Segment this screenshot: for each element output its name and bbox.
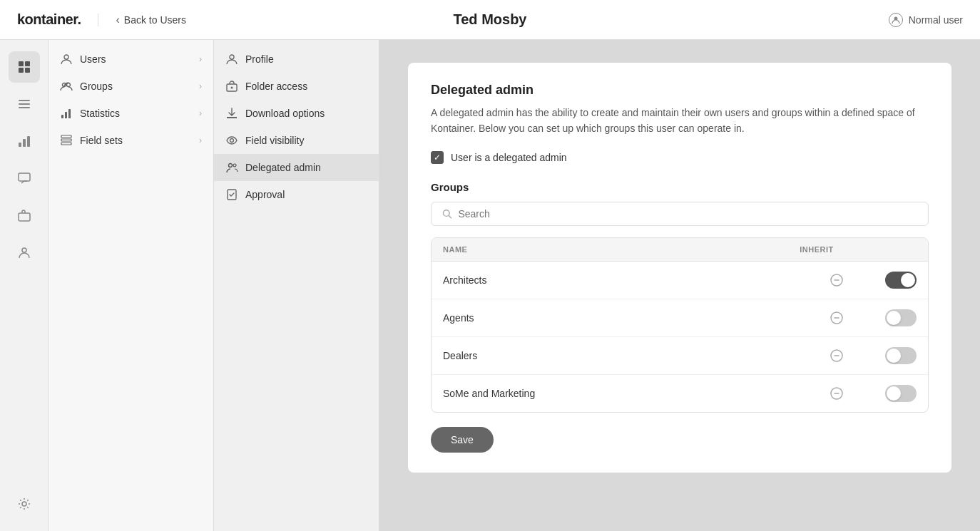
sub-nav-profile[interactable]: Profile — [214, 46, 379, 73]
table-row: Agents — [432, 299, 928, 337]
remove-architects-button[interactable] — [828, 272, 845, 289]
remove-some-marketing-button[interactable] — [828, 385, 845, 402]
toggle-some-marketing[interactable] — [885, 385, 917, 402]
sub-nav-folder-access-label: Folder access — [245, 81, 307, 92]
nav-item-users[interactable]: Users › — [49, 46, 213, 73]
remove-agents-button[interactable] — [828, 309, 845, 326]
nav-item-field-sets-left: Field sets — [60, 134, 123, 147]
svg-rect-23 — [61, 143, 71, 145]
table-row: Dealers — [432, 337, 928, 375]
nav-item-field-sets[interactable]: Field sets › — [49, 127, 213, 154]
profile-icon — [225, 53, 238, 66]
page-title: Ted Mosby — [454, 11, 527, 28]
nav-item-statistics[interactable]: Statistics › — [49, 100, 213, 127]
svg-rect-1 — [19, 61, 24, 66]
delegated-admin-checkbox-label: User is a delegated admin — [451, 152, 567, 163]
sidebar-chart-button[interactable] — [9, 125, 40, 157]
approval-icon — [225, 188, 238, 201]
groups-search-input[interactable] — [458, 208, 918, 220]
svg-rect-18 — [61, 115, 63, 118]
group-name-agents: Agents — [443, 312, 828, 324]
sub-nav-panel: Profile Folder access Download options F… — [214, 40, 379, 531]
sidebar-grid-button[interactable] — [9, 51, 40, 83]
groups-table-header: NAME INHERIT — [432, 238, 928, 262]
sidebar-person-button[interactable] — [9, 237, 40, 268]
main-layout: Users › Groups › — [0, 40, 980, 531]
nav-users-label: Users — [80, 53, 106, 65]
svg-rect-5 — [19, 100, 30, 101]
svg-rect-21 — [61, 135, 71, 138]
delegated-admin-title: Delegated admin — [431, 83, 929, 98]
back-button-label: Back to Users — [124, 14, 186, 26]
search-box — [431, 202, 929, 226]
nav-item-groups[interactable]: Groups › — [49, 73, 213, 100]
user-info: Normal user — [889, 13, 963, 27]
back-arrow-icon: ‹ — [116, 14, 119, 26]
toggle-knob — [887, 349, 901, 363]
nav-item-users-left: Users — [60, 53, 106, 66]
svg-rect-6 — [19, 103, 30, 105]
sub-nav-approval[interactable]: Approval — [214, 181, 379, 208]
groups-title: Groups — [431, 181, 929, 193]
remove-dealers-button[interactable] — [828, 347, 845, 364]
table-row: Architects — [432, 262, 928, 299]
folder-access-icon — [225, 80, 238, 93]
svg-rect-20 — [68, 109, 71, 118]
delegated-admin-checkbox[interactable] — [431, 151, 444, 164]
toggle-agents[interactable] — [885, 309, 917, 326]
delegated-admin-icon — [225, 161, 238, 174]
col-name-header: NAME — [443, 245, 774, 254]
search-icon — [441, 208, 452, 220]
content-card: Delegated admin A delegated admin has th… — [408, 63, 951, 473]
svg-rect-10 — [27, 136, 30, 147]
svg-point-15 — [64, 55, 68, 59]
sub-nav-folder-access[interactable]: Folder access — [214, 73, 379, 100]
field-sets-icon — [60, 134, 73, 147]
nav-field-sets-label: Field sets — [80, 135, 123, 146]
sidebar-briefcase-button[interactable] — [9, 200, 40, 231]
svg-rect-8 — [19, 143, 21, 147]
sidebar-chat-button[interactable] — [9, 163, 40, 194]
table-row: SoMe and Marketing — [432, 375, 928, 412]
sub-nav-field-visibility[interactable]: Field visibility — [214, 127, 379, 154]
sub-nav-delegated-admin-label: Delegated admin — [245, 162, 321, 173]
toggle-knob — [901, 273, 915, 287]
user-role-label: Normal user — [909, 14, 963, 26]
nav-groups-label: Groups — [80, 81, 113, 92]
col-inherit-header: INHERIT — [774, 245, 859, 254]
field-visibility-icon — [225, 134, 238, 147]
svg-rect-7 — [19, 107, 30, 108]
statistics-icon — [60, 107, 73, 120]
svg-point-28 — [229, 164, 233, 167]
save-button[interactable]: Save — [431, 427, 494, 453]
sidebar-gear-button[interactable] — [9, 488, 40, 520]
svg-rect-9 — [23, 139, 26, 147]
sub-nav-profile-label: Profile — [245, 53, 274, 65]
back-button[interactable]: ‹ Back to Users — [98, 14, 185, 26]
svg-rect-11 — [19, 173, 30, 181]
svg-point-27 — [230, 139, 234, 143]
sub-nav-approval-label: Approval — [245, 189, 285, 200]
nav-statistics-label: Statistics — [80, 108, 120, 119]
nav-item-groups-left: Groups — [60, 80, 113, 93]
svg-rect-30 — [228, 190, 236, 200]
group-name-some-marketing: SoMe and Marketing — [443, 388, 828, 399]
content-area: Delegated admin A delegated admin has th… — [379, 40, 980, 531]
sidebar-list-button[interactable] — [9, 88, 40, 120]
groups-table: NAME INHERIT Architects — [431, 237, 929, 413]
toggle-architects[interactable] — [885, 272, 917, 289]
sub-nav-download-options[interactable]: Download options — [214, 100, 379, 127]
toggle-dealers[interactable] — [885, 347, 917, 364]
sub-nav-download-options-label: Download options — [245, 108, 325, 119]
checkbox-row: User is a delegated admin — [431, 151, 929, 164]
svg-rect-22 — [61, 139, 71, 141]
nav-field-sets-chevron: › — [199, 135, 202, 145]
nav-statistics-chevron: › — [199, 108, 202, 118]
sub-nav-field-visibility-label: Field visibility — [245, 135, 304, 146]
download-options-icon — [225, 107, 238, 120]
left-sidebar — [0, 40, 49, 531]
nav-groups-chevron: › — [199, 81, 202, 91]
sub-nav-delegated-admin[interactable]: Delegated admin — [214, 154, 379, 181]
svg-point-24 — [230, 55, 234, 59]
groups-icon — [60, 80, 73, 93]
